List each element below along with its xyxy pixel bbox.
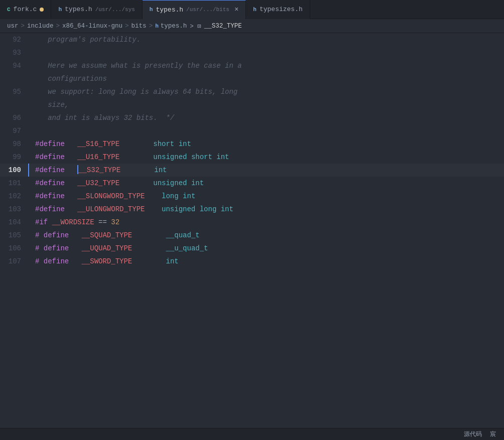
tab-label-typesizes-h: typesizes.h [260, 6, 303, 13]
token-9-3 [119, 153, 153, 161]
line-num-8: 98 [0, 137, 28, 151]
line-content-2: Here we assume what is presently the cas… [28, 59, 504, 72]
token-16-1 [39, 244, 43, 252]
line-content-4: we support: long long is always 64 bits,… [28, 85, 504, 98]
line-row-15: 105# define __SQUAD_TYPE __quad_t [0, 229, 504, 242]
tab-icon-types-h-bits: h [150, 7, 153, 13]
token-8-0: #define [35, 140, 65, 148]
tab-modified-dot-fork-c [40, 8, 44, 12]
token-13-7 [216, 205, 220, 213]
token-8-2: __S16_TYPE [77, 140, 119, 148]
tab-label-types-h-sys: types.h [65, 6, 92, 13]
token-11-0: #define [35, 179, 65, 187]
token-16-2: define [44, 244, 69, 252]
token-11-6: int [191, 179, 204, 187]
tab-types-h-sys[interactable]: htypes.h /usr/.../sys [51, 0, 142, 19]
tab-fork-c[interactable]: Cfork.c [0, 0, 51, 19]
line-row-16: 106# define __UQUAD_TYPE __u_quad_t [0, 242, 504, 255]
line-row-5: size, [0, 98, 504, 111]
token-11-4: unsigned [153, 179, 187, 187]
token-2-0: Here we assume what is presently the cas… [35, 62, 242, 70]
line-content-1 [28, 46, 504, 59]
token-16-5 [132, 244, 166, 252]
token-6-0: and int is always 32 bits. */ [35, 114, 174, 122]
line-num-17: 107 [0, 255, 28, 268]
token-0-0: program's portability. [35, 36, 141, 44]
line-num-3 [0, 72, 28, 85]
line-content-10: #define __S32_TYPE int [28, 164, 504, 177]
token-9-4: unsigned [153, 153, 187, 161]
breadcrumb-sep-2: > [125, 23, 129, 30]
line-num-16: 106 [0, 242, 28, 255]
line-row-2: 94 Here we assume what is presently the … [0, 59, 504, 72]
line-row-6: 96 and int is always 32 bits. */ [0, 111, 504, 124]
token-11-2: __U32_TYPE [77, 179, 119, 187]
line-row-9: 99#define __U16_TYPE unsigned short int [0, 151, 504, 164]
tab-typesizes-h[interactable]: htypesizes.h [246, 0, 310, 19]
breadcrumb-part-3: bits [132, 23, 147, 30]
token-13-3 [145, 205, 162, 213]
token-13-5 [195, 205, 199, 213]
line-num-14: 104 [0, 216, 28, 229]
tab-icon-fork-c: C [7, 7, 11, 13]
token-12-3 [145, 192, 162, 200]
token-9-8: int [216, 153, 229, 161]
line-num-4: 95 [0, 85, 28, 98]
tab-types-h-bits[interactable]: htypes.h /usr/.../bits× [143, 0, 246, 19]
token-8-3 [119, 140, 153, 148]
token-17-2: define [44, 257, 69, 265]
token-8-4: short [153, 140, 174, 148]
token-14-0: #if [35, 218, 48, 226]
line-content-17: # define __SWORD_TYPE int [28, 255, 504, 268]
token-15-2: define [44, 231, 69, 239]
breadcrumb-part-1: include [27, 23, 54, 30]
token-16-6: __u_quad_t [166, 244, 208, 252]
line-content-6: and int is always 32 bits. */ [28, 111, 504, 124]
line-num-13: 103 [0, 203, 28, 216]
token-15-1 [39, 231, 43, 239]
token-9-6: short [191, 153, 212, 161]
token-4-0: we support: long long is always 64 bits,… [35, 88, 237, 96]
breadcrumb-symbol-name: __S32_TYPE [204, 23, 242, 30]
token-13-2: __ULONGWORD_TYPE [77, 205, 145, 213]
line-content-9: #define __U16_TYPE unsigned short int [28, 151, 504, 164]
token-17-6: int [166, 257, 179, 265]
tab-close-types-h-bits[interactable]: × [234, 6, 238, 13]
tab-path-types-h-sys: /usr/.../sys [95, 7, 135, 13]
breadcrumb-part-2: x86_64-linux-gnu [62, 23, 122, 30]
token-12-4: long [162, 192, 179, 200]
line-content-16: # define __UQUAD_TYPE __u_quad_t [28, 242, 504, 255]
line-content-11: #define __U32_TYPE unsigned int [28, 177, 504, 190]
cursor-indicator [28, 164, 29, 177]
line-num-11: 101 [0, 177, 28, 190]
line-row-14: 104#if __WORDSIZE == 32 [0, 216, 504, 229]
line-row-8: 98#define __S16_TYPE short int [0, 137, 504, 151]
token-12-6: int [183, 192, 195, 200]
token-16-4: __UQUAD_TYPE [81, 244, 132, 252]
token-16-3 [69, 244, 81, 252]
line-content-12: #define __SLONGWORD_TYPE long int [28, 190, 504, 203]
token-14-1 [48, 218, 52, 226]
line-num-2: 94 [0, 59, 28, 72]
token-13-0: #define [35, 205, 65, 213]
line-num-6: 96 [0, 111, 28, 124]
token-17-5 [132, 257, 166, 265]
breadcrumb-sep-1: > [56, 23, 60, 30]
breadcrumb: usr > include > x86_64-linux-gnu > bits … [0, 19, 504, 33]
token-13-1 [65, 205, 77, 213]
line-num-0: 92 [0, 33, 28, 46]
line-row-3: configurations [0, 72, 504, 85]
token-17-4: __SWORD_TYPE [81, 257, 132, 265]
token-14-2: __WORDSIZE [52, 218, 94, 226]
tab-icon-typesizes-h: h [253, 7, 257, 13]
breadcrumb-part-0: usr [7, 23, 19, 30]
token-14-6: 32 [111, 218, 119, 226]
status-bar: 源代码 宸 [0, 428, 504, 440]
line-row-7: 97 [0, 124, 504, 137]
tab-path-types-h-bits: /usr/.../bits [186, 7, 229, 13]
token-12-5 [179, 192, 183, 200]
token-5-0: size, [35, 101, 69, 109]
tab-icon-types-h-sys: h [58, 7, 62, 13]
line-num-5 [0, 98, 28, 111]
token-8-1 [65, 140, 77, 148]
